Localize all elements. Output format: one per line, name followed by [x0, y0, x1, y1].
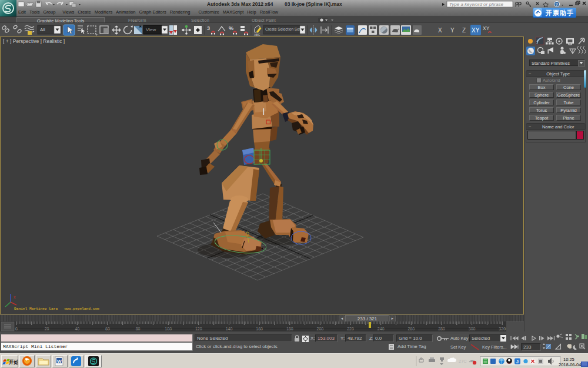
- svg-text:180: 180: [286, 327, 293, 331]
- svg-text:Daniel Martinez Lara www.pep: Daniel Martinez Lara www.pepeland.com: [14, 307, 99, 311]
- svg-text:W: W: [57, 359, 62, 364]
- svg-text:All: All: [40, 27, 45, 32]
- svg-text:10:25: 10:25: [563, 357, 574, 362]
- svg-text:220: 220: [347, 327, 354, 331]
- svg-text:Type a keyword or phrase: Type a keyword or phrase: [449, 2, 503, 7]
- svg-text:ABC: ABC: [254, 33, 260, 37]
- svg-text:XY: XY: [472, 27, 480, 34]
- svg-text:60: 60: [105, 327, 110, 331]
- svg-text:Autodesk 3ds Max 2012 x64: Autodesk 3ds Max 2012 x64: [207, 1, 273, 7]
- svg-text:300: 300: [469, 327, 476, 331]
- svg-text:200: 200: [317, 327, 324, 331]
- svg-text:View: View: [146, 27, 156, 32]
- svg-text:280: 280: [438, 327, 445, 331]
- svg-text:x: x: [14, 295, 16, 299]
- svg-text:Z: Z: [462, 27, 466, 34]
- svg-text:240: 240: [377, 327, 385, 331]
- svg-text:260: 260: [407, 327, 415, 331]
- svg-text:03 Ik-joe (Spline IK).max: 03 Ik-joe (Spline IK).max: [285, 1, 342, 7]
- svg-text:140: 140: [226, 327, 233, 331]
- svg-text:20: 20: [45, 327, 49, 331]
- svg-text:X: X: [438, 27, 442, 34]
- svg-text:320: 320: [499, 327, 506, 331]
- svg-text:160: 160: [256, 327, 263, 331]
- svg-text:100: 100: [165, 327, 172, 331]
- svg-text:Y: Y: [450, 27, 455, 34]
- svg-text:Create Selection Set: Create Selection Set: [265, 27, 300, 31]
- svg-text:?: ?: [556, 2, 558, 7]
- svg-text:0: 0: [15, 327, 18, 331]
- svg-text:J: J: [516, 359, 519, 364]
- svg-text:开始: 开始: [8, 359, 18, 365]
- svg-text:2018-06-04: 2018-06-04: [559, 362, 581, 367]
- svg-text:27C: 27C: [459, 359, 467, 364]
- svg-text:3: 3: [207, 25, 210, 31]
- svg-text:120: 120: [195, 327, 202, 331]
- svg-text:XY: XY: [483, 25, 490, 31]
- svg-text:80: 80: [136, 327, 141, 331]
- svg-text:%: %: [229, 25, 233, 31]
- svg-text:40: 40: [75, 327, 79, 331]
